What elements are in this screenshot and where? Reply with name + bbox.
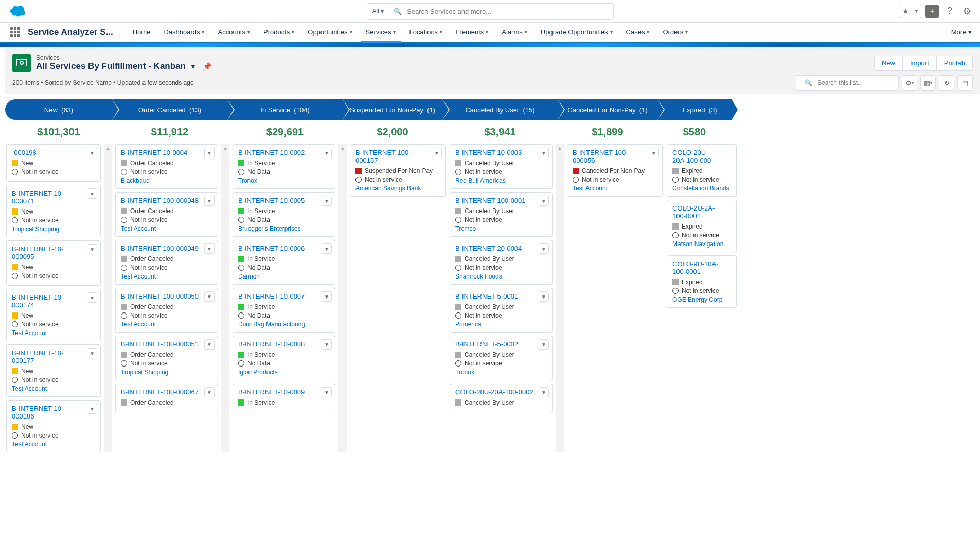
kanban-card[interactable]: B-INTERNET-10-000174▼NewNot in serviceTe… [6, 289, 101, 341]
kanban-card[interactable]: B-INTERNET-100-0001▼Canceled By UserNot … [450, 192, 553, 237]
card-menu-icon[interactable]: ▼ [539, 291, 549, 302]
card-menu-icon[interactable]: ▼ [539, 148, 549, 158]
nav-item-alarms[interactable]: Alarms ▾ [496, 22, 532, 43]
card-title[interactable]: B-INTERNET-10-000095 [12, 245, 95, 260]
kanban-card[interactable]: COLO-20U-20A-100-000ExpiredNot in servic… [667, 144, 737, 197]
nav-item-services[interactable]: Services ▾ [361, 22, 401, 43]
card-title[interactable]: B-INTERNET-100-000157 [355, 149, 440, 164]
table-icon[interactable]: ▤ [957, 75, 973, 91]
path-step-cbu[interactable]: Canceled By User (15) [442, 99, 558, 120]
card-account[interactable]: Test Account [121, 321, 212, 328]
kanban-card[interactable]: B-INTERNET-100-000067▼Order Canceled [115, 384, 218, 412]
new-button[interactable]: New [874, 56, 903, 71]
card-account[interactable]: Blackbaud [121, 177, 212, 184]
card-account[interactable]: Test Account [121, 225, 212, 232]
column-scrollbar[interactable]: ▲ [104, 144, 112, 452]
column-scrollbar[interactable]: ▲ [221, 144, 229, 452]
card-account[interactable]: Constellation Brands [672, 185, 731, 192]
card-menu-icon[interactable]: ▼ [204, 387, 215, 397]
help-icon[interactable]: ? [943, 5, 956, 18]
kanban-card[interactable]: B-INTERNET-10-000186▼NewNot in serviceTe… [6, 400, 101, 452]
card-account[interactable]: Tropical Shipping [121, 369, 212, 376]
kanban-card[interactable]: B-INTERNET-10-0003▼Canceled By UserNot i… [450, 144, 553, 189]
nav-item-locations[interactable]: Locations ▾ [404, 22, 448, 43]
kanban-card[interactable]: B-INTERNET-100-000051▼Order CanceledNot … [115, 336, 218, 380]
card-account[interactable]: Shamrock Foods [455, 273, 547, 280]
kanban-card[interactable]: B-INTERNET-10-000071▼NewNot in serviceTr… [6, 185, 101, 237]
kanban-card[interactable]: B-INTERNET-10-0004▼Order CanceledNot in … [115, 144, 218, 189]
card-account[interactable]: Tronox [238, 177, 330, 184]
card-account[interactable]: OGE Energy Corp [672, 296, 731, 303]
column-scrollbar[interactable]: ▲ [556, 144, 564, 452]
kanban-card[interactable]: B-INTERNET-5-0001▼Canceled By UserNot in… [450, 288, 553, 333]
card-title[interactable]: B-INTERNET-100-000056 [573, 149, 657, 164]
kanban-card[interactable]: B-INTERNET-10-000177▼NewNot in serviceTe… [6, 344, 101, 397]
kanban-card[interactable]: B-INTERNET-10-0008▼In ServiceNo DataIglo… [233, 336, 335, 380]
scroll-up-icon[interactable]: ▲ [556, 144, 564, 151]
nav-item-upgrade-opportunities[interactable]: Upgrade Opportunities ▾ [536, 22, 618, 43]
card-menu-icon[interactable]: ▼ [204, 339, 215, 350]
card-menu-icon[interactable]: ▼ [322, 196, 332, 206]
setup-gear-icon[interactable]: ⚙ [960, 5, 974, 18]
card-title[interactable]: B-INTERNET-100-000050 [121, 292, 212, 300]
card-title[interactable]: COLO-20U-20A-100-0002 [455, 388, 547, 396]
global-search[interactable]: All ▾ 🔍 [367, 3, 614, 20]
scroll-up-icon[interactable]: ▲ [338, 144, 347, 151]
kanban-card[interactable]: COLO-2U-2A-100-0001ExpiredNot in service… [667, 200, 737, 252]
nav-item-products[interactable]: Products ▾ [258, 22, 299, 43]
card-account[interactable]: Bruegger's Enterprises [238, 225, 330, 232]
refresh-icon[interactable]: ↻ [939, 75, 954, 91]
card-title[interactable]: B-INTERNET-10-0003 [455, 149, 547, 156]
printable-button[interactable]: Printab [936, 56, 973, 71]
kanban-card[interactable]: B-INTERNET-10-0009▼In Service [233, 384, 335, 412]
card-menu-icon[interactable]: ▼ [322, 291, 332, 302]
card-menu-icon[interactable]: ▼ [539, 243, 549, 254]
card-account[interactable]: American Savings Bank [355, 185, 440, 192]
card-title[interactable]: B-INTERNET-10-0008 [238, 340, 330, 348]
card-title[interactable]: B-INTERNET-10-0007 [238, 292, 330, 300]
card-account[interactable]: Test Account [12, 441, 95, 448]
kanban-card[interactable]: B-INTERNET-100-000157▼Suspended For Non-… [350, 144, 446, 197]
card-title[interactable]: B-INTERNET-100-000067 [121, 388, 212, 396]
card-title[interactable]: B-INTERNET-100-000049 [121, 245, 212, 252]
card-menu-icon[interactable]: ▼ [87, 292, 97, 303]
path-step-exp[interactable]: Expired (3) [657, 99, 732, 120]
card-menu-icon[interactable]: ▼ [204, 291, 215, 302]
import-button[interactable]: Import [903, 56, 936, 71]
card-title[interactable]: B-INTERNET-5-0002 [455, 340, 547, 348]
favorites-menu-icon[interactable]: ▾ [912, 5, 921, 18]
search-scope-picker[interactable]: All ▾ [367, 4, 390, 19]
nav-item-elements[interactable]: Elements ▾ [451, 22, 493, 43]
card-account[interactable]: Igloo Products [238, 369, 330, 376]
nav-item-orders[interactable]: Orders ▾ [657, 22, 693, 43]
kanban-card[interactable]: B-INTERNET-100-000048▼Order CanceledNot … [115, 192, 218, 237]
card-account[interactable]: Tremco [455, 225, 547, 232]
card-account[interactable]: Red Bull Americas [455, 177, 547, 184]
kanban-card[interactable]: COLO-9U-10A-100-0001ExpiredNot in servic… [667, 255, 737, 308]
card-title[interactable]: B-INTERNET-10-0004 [121, 149, 212, 156]
kanban-card[interactable]: B-INTERNET-10-0006▼In ServiceNo DataDann… [233, 240, 335, 285]
card-title[interactable]: -000198 [12, 149, 95, 156]
card-menu-icon[interactable]: ▼ [87, 244, 97, 254]
card-title[interactable]: B-INTERNET-10-000071 [12, 189, 95, 205]
list-search[interactable]: 🔍 [796, 75, 899, 91]
card-account[interactable]: Test Account [12, 329, 95, 337]
card-menu-icon[interactable]: ▼ [322, 243, 332, 254]
app-launcher-icon[interactable] [10, 27, 21, 38]
card-account[interactable]: Duro Bag Manufacturing [238, 321, 330, 328]
path-step-susp[interactable]: Suspended For Non-Pay (1) [343, 99, 442, 120]
card-menu-icon[interactable]: ▼ [204, 243, 215, 254]
card-title[interactable]: B-INTERNET-10-0002 [238, 149, 330, 156]
card-account[interactable]: Test Account [573, 185, 657, 192]
column-scrollbar[interactable]: ▲ [338, 144, 347, 452]
card-title[interactable]: COLO-20U-20A-100-000 [672, 149, 731, 164]
card-menu-icon[interactable]: ▼ [322, 339, 332, 350]
card-menu-icon[interactable]: ▼ [322, 148, 332, 158]
card-account[interactable]: Tronox [455, 369, 547, 376]
kanban-card[interactable]: B-INTERNET-10-0002▼In ServiceNo DataTron… [233, 144, 335, 189]
card-title[interactable]: B-INTERNET-10-0005 [238, 197, 330, 204]
path-step-cancel[interactable]: Order Canceled (13) [112, 99, 227, 120]
path-step-cnp[interactable]: Canceled For Non-Pay (1) [558, 99, 657, 120]
kanban-card[interactable]: B-INTERNET-100-000056▼Canceled For Non-P… [567, 144, 663, 197]
card-menu-icon[interactable]: ▼ [87, 404, 97, 414]
